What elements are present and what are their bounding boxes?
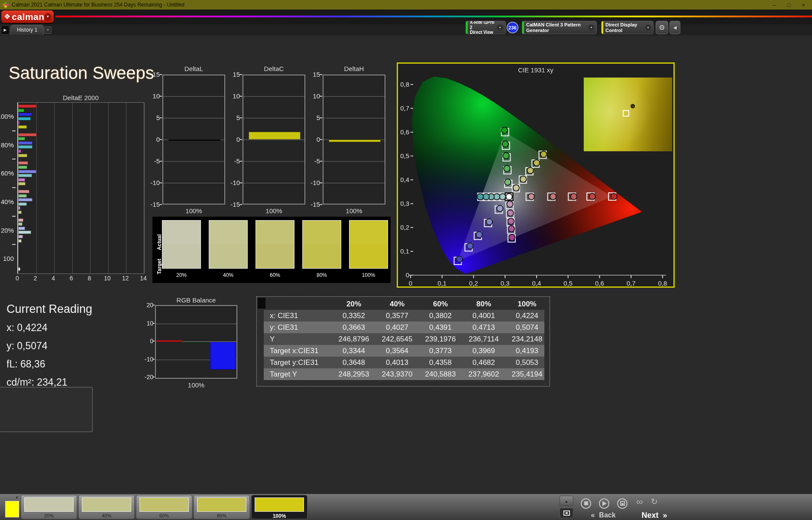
cie-measured-point-yellow [520,176,526,182]
rgb-tick [152,377,155,377]
table-row-label: Target x:CIE31 [266,345,328,357]
deltae-x-tick-label: 12 [122,275,129,282]
current-reading-title: Current Reading [6,302,136,316]
chevron-down-icon[interactable]: ▼ [645,25,651,30]
inset-target-square-icon [623,110,629,117]
table-cell: 0,4013 [375,357,419,368]
svg-text:0,4: 0,4 [532,280,541,286]
chevron-down-icon[interactable]: ▼ [589,25,594,30]
svg-text:0,6: 0,6 [400,128,409,136]
deltaC-gridline [243,140,304,140]
table-cell: 0,3663 [332,322,375,333]
minimize-button[interactable]: – [773,2,776,8]
refresh-icon[interactable]: ↻ [648,497,661,510]
deltae-bar [18,198,32,202]
level-swatch-button-20%[interactable]: 20% [21,495,77,519]
deltae-bar [18,267,20,271]
cie-1931-panel[interactable]: CIE 1931 xy 00,10,20,30,40,50,60,70,800,… [397,62,675,288]
swatch-color [24,497,74,512]
tab-history-1[interactable]: History 1 [10,25,44,35]
target-row-label: Target [156,254,162,280]
deltae-chart [17,102,144,274]
deltaC-gridline [243,118,304,118]
stop-button[interactable] [578,497,594,510]
deltae-x-tick-label: 6 [70,275,73,282]
deltae-axis-tick [12,187,16,188]
deltae-bar [18,104,36,108]
back-button[interactable]: « Back [578,510,629,520]
close-button[interactable]: × [802,2,805,8]
reading-y: y: 0,5074 [6,340,136,352]
patch-level-label: 20% [162,272,201,278]
cie-measured-point-yellow [527,167,533,173]
inset-measured-dot-icon [631,104,635,108]
up-arrow-icon[interactable]: ▲ [13,495,21,500]
table-row: Target x:CIE310,33440,35640,37730,39690,… [264,345,544,357]
maximize-button[interactable]: □ [787,2,791,8]
deltaL-y-tick-label: 15 [152,71,160,78]
deltaL-plot [162,75,225,205]
pattern-generator-dropdown[interactable]: CalMAN Client 3 Pattern Generator ▼ [522,21,597,34]
deltaH-y-tick-label: -10 [311,179,320,186]
patch-80% [302,220,341,269]
deltaC-gridline [243,183,304,183]
gear-icon[interactable]: ⚙ [656,21,668,34]
swatch-color [197,497,246,512]
table-row-label: Target y:CIE31 [266,357,328,368]
pattern-window-button[interactable] [560,508,573,518]
cie-measured-point-yellow [534,160,540,166]
level-swatch-button-80%[interactable]: 80% [194,495,250,519]
chevron-down-icon[interactable]: ▼ [45,13,51,21]
table-cell: 0,4001 [462,310,505,322]
level-swatch-button-40%[interactable]: 40% [78,495,135,519]
table-cell: 0,4224 [505,310,549,322]
table-column-header: 100% [505,298,549,310]
calman-menu-button[interactable]: ❖ calman ▼ [1,10,54,23]
deltae-y-axis: 100%80%60%40%20%100 [0,102,16,274]
rgb-gridline [156,324,236,324]
deltaH-tick [320,204,322,205]
swatch-color [139,497,189,512]
cie-measured-point-cyan [483,194,489,200]
display-control-dropdown[interactable]: Direct Display Control ▼ [601,21,653,34]
level-swatch-button-100%[interactable]: 100% [251,495,307,519]
pattern-generator-name: CalMAN Client 3 Pattern Generator [524,22,589,33]
panel-expand-icon[interactable]: ▶ [1,25,10,35]
table-column-header: 60% [419,298,462,310]
cie-measured-point-cyan [499,194,505,200]
next-button[interactable]: Next » [631,510,678,520]
patch-target [303,244,341,268]
svg-text:0,3: 0,3 [501,280,510,286]
scroll-up-button[interactable]: ▲ [560,496,573,506]
table-row-label: Target Y [266,368,328,380]
reading-fl: fL: 68,36 [6,358,136,370]
meter-dropdown[interactable]: X-Rite i1Pro 2 Direct View ▼ [466,21,506,34]
deltae-x-tick-label: 10 [104,275,111,282]
next-icon: » [663,511,667,520]
chevron-down-icon[interactable]: ▼ [497,25,503,30]
deltae-x-axis: 02468101214 [17,275,144,283]
deltae-bar [18,174,32,177]
current-color-patch[interactable] [5,501,19,517]
table-row: Y246,8796242,6545239,1976236,7114234,214… [264,333,544,345]
deltae-gridline [72,103,73,273]
collapse-panel-icon[interactable]: ◀ [670,21,680,34]
deltaH-tick [320,96,322,97]
bottom-control-bar: ▲ 20%40%60%80%100% ▲ [0,494,812,520]
meter-count-badge[interactable]: 236 [507,22,518,33]
svg-text:0,7: 0,7 [400,104,409,112]
add-tab-button[interactable]: + [44,26,52,34]
cie-measured-point-magenta [509,234,515,240]
table-row-label: x: CIE31 [266,310,328,322]
table-cell: 0,3969 [462,345,505,357]
deltae-group-label: 40% [1,198,14,205]
stop-icon [584,501,588,505]
table-cell: 0,4713 [462,322,505,333]
play-button[interactable] [596,497,612,510]
table-cell: 0,4682 [462,357,505,368]
link-icon[interactable]: ∞ [633,497,646,510]
table-header-row: 20%40%60%80%100% [264,298,544,310]
aux-panel [0,387,93,432]
level-swatch-button-60%[interactable]: 60% [136,495,192,519]
save-button[interactable] [614,497,631,510]
